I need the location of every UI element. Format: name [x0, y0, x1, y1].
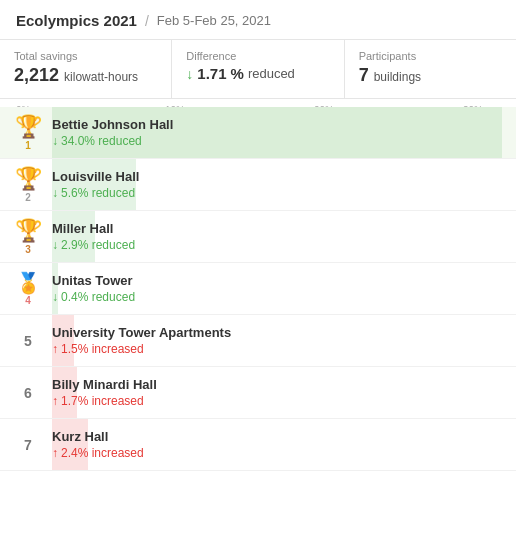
building-change: 2.9% reduced	[61, 238, 135, 252]
building-row[interactable]: 🏆1 Bettie Johnson Hall ↓ 34.0% reduced	[0, 107, 516, 159]
building-name: Billy Minardi Hall	[52, 377, 508, 392]
difference-value: ↓ 1.71 % reduced	[186, 65, 329, 82]
building-stat: ↓ 34.0% reduced	[52, 134, 508, 148]
building-change: 2.4% increased	[61, 446, 144, 460]
building-info: Billy Minardi Hall ↑ 1.7% increased	[46, 377, 508, 408]
building-change: 1.7% increased	[61, 394, 144, 408]
participants-value: 7 buildings	[359, 65, 502, 86]
chart-area: 🏆1 Bettie Johnson Hall ↓ 34.0% reduced 🏆…	[0, 107, 516, 479]
building-name: Unitas Tower	[52, 273, 508, 288]
building-name: Bettie Johnson Hall	[52, 117, 508, 132]
building-row[interactable]: 🏅4 Unitas Tower ↓ 0.4% reduced	[0, 263, 516, 315]
building-stat: ↑ 1.5% increased	[52, 342, 508, 356]
participants-label: Participants	[359, 50, 502, 62]
building-row[interactable]: 6 Billy Minardi Hall ↑ 1.7% increased	[0, 367, 516, 419]
down-trend-icon: ↓	[52, 134, 58, 148]
building-stat: ↓ 2.9% reduced	[52, 238, 508, 252]
down-trend-icon: ↓	[52, 238, 58, 252]
medal-icon: 🏅	[16, 271, 41, 295]
rank-number: 7	[24, 437, 32, 453]
building-name: University Tower Apartments	[52, 325, 508, 340]
building-info: University Tower Apartments ↑ 1.5% incre…	[46, 325, 508, 356]
down-trend-icon: ↓	[52, 186, 58, 200]
difference-box: Difference ↓ 1.71 % reduced	[172, 40, 344, 98]
down-arrow-icon: ↓	[186, 66, 193, 82]
building-stat: ↓ 0.4% reduced	[52, 290, 508, 304]
page-header: Ecolympics 2021 / Feb 5-Feb 25, 2021	[0, 0, 516, 40]
total-savings-box: Total savings 2,212 kilowatt-hours	[0, 40, 172, 98]
building-row[interactable]: 7 Kurz Hall ↑ 2.4% increased	[0, 419, 516, 471]
axis-row: 0% 10% 20% 30%	[0, 99, 516, 107]
building-info: Kurz Hall ↑ 2.4% increased	[46, 429, 508, 460]
rank-icon: 5	[10, 333, 46, 349]
building-stat: ↓ 5.6% reduced	[52, 186, 508, 200]
rank-icon: 🏅4	[10, 271, 46, 306]
rank-number: 6	[24, 385, 32, 401]
building-row[interactable]: 5 University Tower Apartments ↑ 1.5% inc…	[0, 315, 516, 367]
building-info: Unitas Tower ↓ 0.4% reduced	[46, 273, 508, 304]
building-stat: ↑ 1.7% increased	[52, 394, 508, 408]
total-savings-value: 2,212 kilowatt-hours	[14, 65, 157, 86]
rank-icon: 🏆1	[10, 114, 46, 151]
rank-icon: 6	[10, 385, 46, 401]
building-info: Louisville Hall ↓ 5.6% reduced	[46, 169, 508, 200]
rank-icon: 7	[10, 437, 46, 453]
building-info: Bettie Johnson Hall ↓ 34.0% reduced	[46, 117, 508, 148]
building-stat: ↑ 2.4% increased	[52, 446, 508, 460]
building-change: 5.6% reduced	[61, 186, 135, 200]
building-name: Miller Hall	[52, 221, 508, 236]
up-trend-icon: ↑	[52, 394, 58, 408]
bronze-trophy-icon: 🏆	[15, 218, 42, 244]
silver-trophy-icon: 🏆	[15, 166, 42, 192]
header-date: Feb 5-Feb 25, 2021	[157, 13, 271, 28]
participants-box: Participants 7 buildings	[345, 40, 516, 98]
difference-label: Difference	[186, 50, 329, 62]
building-row[interactable]: 🏆2 Louisville Hall ↓ 5.6% reduced	[0, 159, 516, 211]
building-change: 1.5% increased	[61, 342, 144, 356]
rank-icon: 🏆3	[10, 218, 46, 255]
page-title: Ecolympics 2021	[16, 12, 137, 29]
building-name: Kurz Hall	[52, 429, 508, 444]
stats-row: Total savings 2,212 kilowatt-hours Diffe…	[0, 40, 516, 99]
building-change: 34.0% reduced	[61, 134, 142, 148]
building-name: Louisville Hall	[52, 169, 508, 184]
rank-number: 5	[24, 333, 32, 349]
gold-trophy-icon: 🏆	[15, 114, 42, 140]
building-info: Miller Hall ↓ 2.9% reduced	[46, 221, 508, 252]
down-trend-icon: ↓	[52, 290, 58, 304]
building-row[interactable]: 🏆3 Miller Hall ↓ 2.9% reduced	[0, 211, 516, 263]
total-savings-label: Total savings	[14, 50, 157, 62]
up-trend-icon: ↑	[52, 446, 58, 460]
rank-icon: 🏆2	[10, 166, 46, 203]
building-change: 0.4% reduced	[61, 290, 135, 304]
up-trend-icon: ↑	[52, 342, 58, 356]
header-separator: /	[145, 13, 149, 29]
